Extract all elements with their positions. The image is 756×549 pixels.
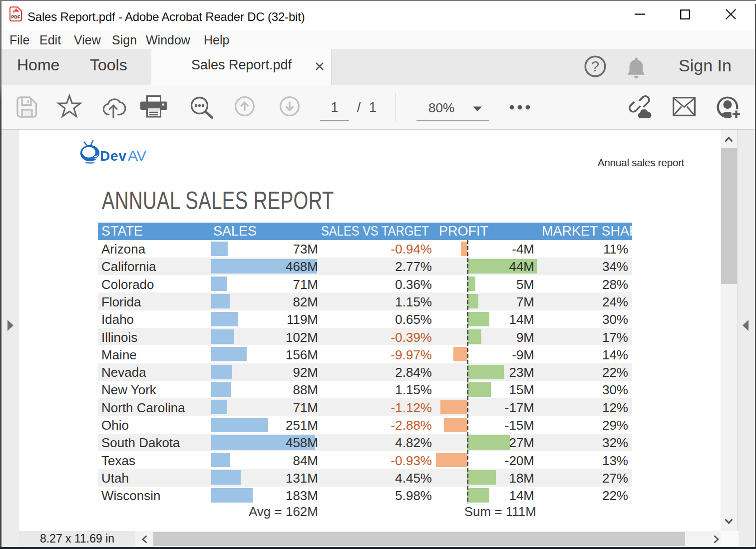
svg-text:AV: AV bbox=[128, 147, 146, 164]
svg-text:?: ? bbox=[591, 58, 599, 74]
svg-text:Dev: Dev bbox=[100, 148, 127, 164]
svg-text:PDF: PDF bbox=[11, 14, 20, 19]
